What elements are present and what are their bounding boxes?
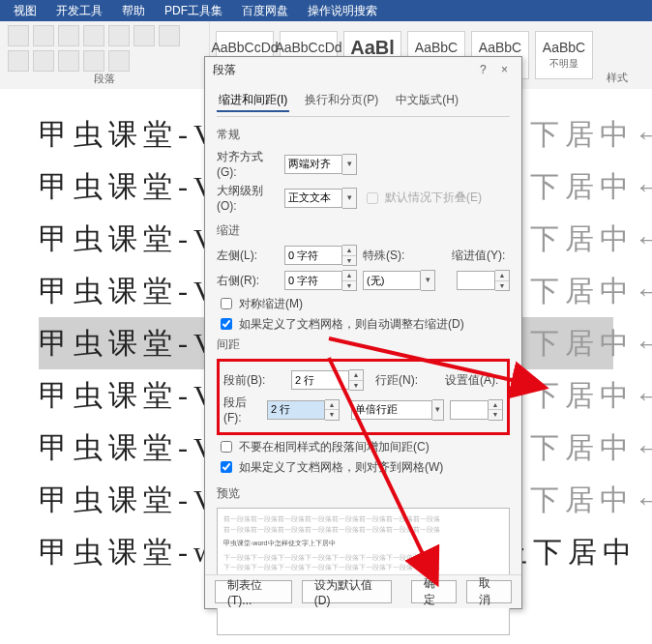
dialog-title: 段落 bbox=[213, 62, 236, 78]
ribbon-icon[interactable] bbox=[33, 50, 54, 72]
noadd-checkbox[interactable] bbox=[221, 441, 232, 453]
noadd-label: 不要在相同样式的段落间增加间距(C) bbox=[239, 439, 430, 455]
preview-box: 前一段落前一段落前一段落前一段落前一段落前一段落前一段落前一段落 前一段落前一段… bbox=[217, 508, 510, 635]
close-icon[interactable]: × bbox=[495, 63, 514, 76]
right-spin[interactable]: ▲▼ bbox=[284, 270, 357, 291]
after-input[interactable] bbox=[267, 400, 325, 420]
chevron-down-icon[interactable] bbox=[421, 270, 435, 291]
ribbon-icon[interactable] bbox=[8, 50, 29, 72]
dialog-titlebar: 段落 ? × bbox=[205, 57, 521, 82]
chevron-down-icon[interactable] bbox=[342, 188, 357, 209]
mirror-checkbox[interactable] bbox=[221, 298, 232, 309]
line-end: 下居中← bbox=[530, 483, 652, 515]
left-spin[interactable]: ▲▼ bbox=[284, 245, 357, 266]
spin-arrows[interactable]: ▲▼ bbox=[325, 399, 340, 421]
default-button[interactable]: 设为默认值(D) bbox=[302, 580, 392, 603]
chevron-down-icon[interactable] bbox=[432, 399, 444, 421]
spin-arrows[interactable]: ▲▼ bbox=[342, 270, 357, 291]
line-end: 下居中← bbox=[530, 170, 652, 202]
before-input[interactable] bbox=[291, 370, 349, 390]
dialog-tabs: 缩进和间距(I) 换行和分页(P) 中文版式(H) bbox=[217, 90, 510, 117]
cancel-button[interactable]: 取消 bbox=[466, 580, 512, 603]
ribbon-icon[interactable] bbox=[108, 50, 130, 72]
align-combo[interactable] bbox=[284, 154, 357, 175]
spin-arrows[interactable]: ▲▼ bbox=[489, 399, 503, 421]
ribbon-styles-label: 样式 bbox=[607, 71, 628, 85]
setval-input[interactable] bbox=[450, 400, 489, 420]
section-preview: 预览 bbox=[217, 485, 510, 502]
auto-indent-checkbox[interactable] bbox=[221, 318, 232, 330]
chevron-down-icon[interactable] bbox=[342, 154, 357, 175]
ok-button[interactable]: 确定 bbox=[411, 580, 457, 603]
ribbon-icon[interactable] bbox=[83, 25, 104, 46]
menu-bar: 视图 开发工具 帮助 PDF工具集 百度网盘 操作说明搜索 bbox=[0, 0, 652, 21]
collapse-label: 默认情况下折叠(E) bbox=[385, 190, 482, 206]
snap-checkbox[interactable] bbox=[221, 461, 232, 473]
menu-tellme[interactable]: 操作说明搜索 bbox=[298, 3, 387, 19]
ribbon-icon[interactable] bbox=[58, 50, 79, 72]
setval-label: 设置值(A): bbox=[445, 372, 503, 389]
spin-arrows[interactable]: ▲▼ bbox=[342, 245, 357, 266]
ribbon-icon[interactable] bbox=[8, 25, 29, 46]
align-label: 对齐方式(G): bbox=[217, 149, 279, 179]
collapse-checkbox bbox=[367, 192, 378, 204]
left-input[interactable] bbox=[284, 246, 342, 265]
left-label: 左侧(L): bbox=[217, 248, 279, 264]
ribbon-icon[interactable] bbox=[108, 25, 130, 46]
ribbon-icon[interactable] bbox=[159, 25, 180, 46]
section-general: 常规 bbox=[217, 127, 510, 143]
auto-indent-label: 如果定义了文档网格，则自动调整右缩进(D) bbox=[239, 316, 464, 333]
indent-val-spin[interactable]: ▲▼ bbox=[457, 270, 510, 291]
line-end: 下居中← bbox=[530, 222, 652, 254]
outline-label: 大纲级别(O): bbox=[217, 183, 279, 213]
before-spin[interactable]: ▲▼ bbox=[291, 369, 364, 391]
special-label: 特殊(S): bbox=[363, 248, 409, 264]
right-input[interactable] bbox=[284, 271, 342, 290]
outline-input[interactable] bbox=[284, 189, 342, 208]
menu-view[interactable]: 视图 bbox=[4, 3, 46, 19]
menu-help[interactable]: 帮助 bbox=[112, 3, 155, 19]
setval-spin[interactable]: ▲▼ bbox=[450, 399, 503, 421]
ribbon-icon[interactable] bbox=[33, 25, 54, 46]
menu-netdisk[interactable]: 百度网盘 bbox=[232, 3, 298, 19]
menu-dev[interactable]: 开发工具 bbox=[46, 3, 112, 19]
paragraph-dialog: 段落 ? × 缩进和间距(I) 换行和分页(P) 中文版式(H) 常规 对齐方式… bbox=[204, 56, 522, 609]
after-label: 段后(F): bbox=[223, 395, 261, 424]
help-icon[interactable]: ? bbox=[474, 63, 492, 76]
spin-arrows[interactable]: ▲▼ bbox=[349, 369, 364, 391]
special-combo[interactable] bbox=[363, 270, 435, 291]
linesp-label: 行距(N): bbox=[375, 372, 422, 389]
ribbon-icon[interactable] bbox=[83, 50, 104, 72]
tab-asian[interactable]: 中文版式(H) bbox=[394, 90, 460, 112]
snap-label: 如果定义了文档网格，则对齐到网格(W) bbox=[239, 459, 443, 476]
menu-pdf[interactable]: PDF工具集 bbox=[155, 3, 232, 19]
ribbon-paragraph-icons[interactable] bbox=[8, 25, 201, 72]
outline-combo[interactable] bbox=[284, 188, 357, 209]
linesp-combo[interactable] bbox=[351, 399, 444, 421]
dialog-footer: 制表位(T)... 设为默认值(D) 确定 取消 bbox=[205, 574, 521, 608]
line-end: 下居中← bbox=[530, 379, 652, 411]
ribbon-icon[interactable] bbox=[58, 25, 79, 46]
highlight-box: 段前(B): ▲▼ 行距(N): 设置值(A): 段后(F): ▲▼ ▲▼ bbox=[217, 359, 510, 435]
section-spacing: 间距 bbox=[217, 337, 510, 353]
special-input[interactable] bbox=[363, 271, 421, 290]
tab-line-page[interactable]: 换行和分页(P) bbox=[303, 90, 380, 112]
tabs-button[interactable]: 制表位(T)... bbox=[215, 580, 292, 603]
before-label: 段前(B): bbox=[223, 372, 285, 389]
after-spin[interactable]: ▲▼ bbox=[267, 399, 340, 421]
indent-val-input[interactable] bbox=[457, 271, 495, 290]
line-end: 下居中← bbox=[530, 118, 652, 150]
linesp-input[interactable] bbox=[351, 400, 432, 420]
spin-arrows[interactable]: ▲▼ bbox=[495, 270, 510, 291]
align-input[interactable] bbox=[284, 155, 342, 174]
indent-val-label: 缩进值(Y): bbox=[452, 248, 510, 264]
mirror-label: 对称缩进(M) bbox=[239, 296, 303, 312]
style-subtle[interactable]: AaBbC不明显 bbox=[535, 31, 593, 79]
section-indent: 缩进 bbox=[217, 222, 510, 239]
line-end: 下居中← bbox=[530, 327, 652, 359]
ribbon-paragraph-label: 段落 bbox=[8, 72, 201, 86]
right-label: 右侧(R): bbox=[217, 273, 279, 289]
ribbon-icon[interactable] bbox=[133, 25, 155, 46]
line-end: 下居中← bbox=[530, 431, 652, 463]
tab-indent-spacing[interactable]: 缩进和间距(I) bbox=[217, 90, 289, 112]
